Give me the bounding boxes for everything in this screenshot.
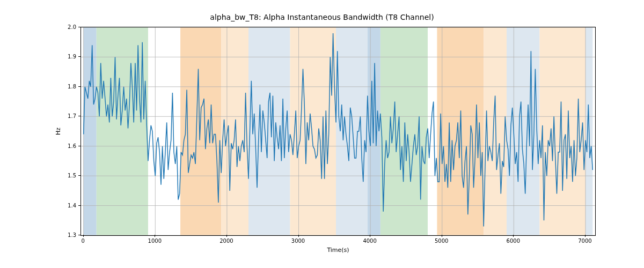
y-tick: 2.0	[68, 24, 76, 30]
y-tick: 1.5	[68, 173, 76, 178]
plot-svg	[81, 27, 595, 235]
y-tick: 1.6	[68, 143, 76, 148]
chart-figure: alpha_bw_T8: Alpha Instantaneous Bandwid…	[0, 0, 644, 268]
chart-title: alpha_bw_T8: Alpha Instantaneous Bandwid…	[0, 13, 644, 21]
band	[380, 27, 428, 235]
x-tick: 7000	[578, 238, 591, 244]
band	[368, 27, 380, 235]
y-tick: 1.7	[68, 113, 76, 119]
y-tick: 1.8	[68, 83, 76, 89]
band	[97, 27, 148, 235]
x-tick: 1000	[148, 238, 162, 244]
y-axis-label: Hz	[55, 128, 62, 135]
band	[539, 27, 586, 235]
x-tick: 2000	[219, 238, 233, 244]
band	[84, 27, 97, 235]
band	[180, 27, 221, 235]
x-axis-label: Time(s)	[80, 247, 596, 254]
plot-area	[80, 27, 596, 236]
x-tick: 5000	[435, 238, 448, 244]
x-tick: 0	[81, 238, 84, 244]
y-tick: 1.3	[68, 232, 76, 238]
x-tick: 3000	[291, 238, 305, 244]
band	[336, 27, 368, 235]
band	[507, 27, 539, 235]
y-tick: 1.4	[68, 202, 76, 208]
background-bands	[84, 27, 593, 235]
x-tick: 6000	[507, 238, 520, 244]
x-tick: 4000	[363, 238, 376, 244]
y-tick: 1.9	[68, 54, 76, 59]
